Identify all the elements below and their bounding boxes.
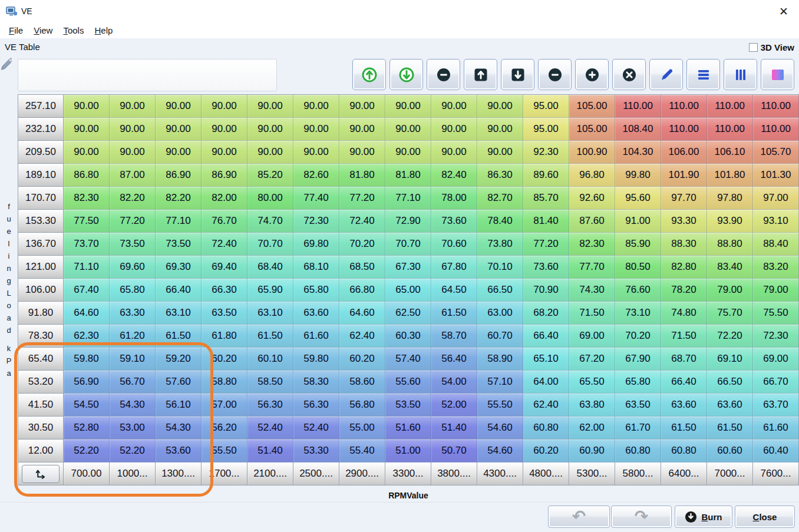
table-cell-r0-c6[interactable]: 90.00 — [339, 95, 385, 118]
row-header[interactable]: 189.10 — [18, 164, 64, 187]
row-header[interactable]: 12.00 — [18, 440, 64, 462]
table-cell-r10-c5[interactable]: 61.60 — [293, 325, 339, 348]
table-cell-r8-c14[interactable]: 79.00 — [707, 279, 753, 302]
col-header-12[interactable]: 5800... — [615, 462, 661, 485]
table-cell-r1-c5[interactable]: 90.00 — [293, 118, 339, 141]
table-cell-r6-c0[interactable]: 73.70 — [64, 233, 110, 256]
table-cell-r4-c8[interactable]: 78.00 — [431, 187, 477, 210]
table-cell-r13-c1[interactable]: 54.30 — [110, 394, 156, 417]
table-cell-r7-c15[interactable]: 83.20 — [753, 256, 799, 279]
table-cell-r14-c4[interactable]: 52.40 — [247, 417, 293, 440]
table-cell-r6-c12[interactable]: 85.90 — [615, 233, 661, 256]
table-cell-r0-c5[interactable]: 90.00 — [293, 95, 339, 118]
table-cell-r2-c1[interactable]: 90.00 — [110, 141, 156, 164]
table-cell-r6-c15[interactable]: 88.40 — [753, 233, 799, 256]
shift-down-button[interactable] — [501, 59, 534, 90]
table-cell-r13-c8[interactable]: 52.00 — [431, 394, 477, 417]
table-cell-r14-c0[interactable]: 52.80 — [64, 417, 110, 440]
table-cell-r5-c9[interactable]: 78.40 — [477, 210, 523, 233]
row-header[interactable]: 106.00 — [18, 279, 64, 302]
table-cell-r14-c14[interactable]: 61.50 — [707, 417, 753, 440]
table-cell-r0-c10[interactable]: 95.00 — [523, 95, 569, 118]
table-cell-r9-c5[interactable]: 63.60 — [293, 302, 339, 325]
table-cell-r14-c9[interactable]: 54.60 — [477, 417, 523, 440]
table-cell-r15-c9[interactable]: 54.60 — [477, 440, 523, 462]
table-cell-r12-c1[interactable]: 56.70 — [110, 371, 156, 394]
table-cell-r14-c6[interactable]: 55.00 — [339, 417, 385, 440]
table-cell-r10-c4[interactable]: 61.50 — [247, 325, 293, 348]
table-cell-r14-c11[interactable]: 62.00 — [569, 417, 615, 440]
table-cell-r7-c9[interactable]: 70.10 — [477, 256, 523, 279]
table-cell-r6-c2[interactable]: 73.50 — [156, 233, 202, 256]
table-cell-r15-c7[interactable]: 51.00 — [385, 440, 431, 462]
col-header-1[interactable]: 1000... — [110, 462, 156, 485]
table-cell-r9-c2[interactable]: 63.10 — [156, 302, 202, 325]
table-cell-r2-c15[interactable]: 105.70 — [753, 141, 799, 164]
table-cell-r1-c4[interactable]: 90.00 — [247, 118, 293, 141]
table-cell-r12-c12[interactable]: 65.80 — [615, 371, 661, 394]
table-cell-r7-c8[interactable]: 67.80 — [431, 256, 477, 279]
table-cell-r14-c13[interactable]: 61.50 — [661, 417, 707, 440]
table-cell-r4-c4[interactable]: 80.00 — [247, 187, 293, 210]
table-cell-r8-c9[interactable]: 66.50 — [477, 279, 523, 302]
col-header-3[interactable]: 1700... — [202, 462, 247, 485]
table-cell-r6-c8[interactable]: 70.60 — [431, 233, 477, 256]
table-cell-r3-c12[interactable]: 99.80 — [615, 164, 661, 187]
table-cell-r1-c3[interactable]: 90.00 — [202, 118, 247, 141]
table-cell-r0-c3[interactable]: 90.00 — [202, 95, 247, 118]
set-equal-button[interactable] — [427, 59, 460, 90]
table-cell-r5-c0[interactable]: 77.50 — [64, 210, 110, 233]
table-cell-r11-c2[interactable]: 59.20 — [156, 348, 202, 371]
table-cell-r14-c5[interactable]: 52.40 — [293, 417, 339, 440]
table-cell-r11-c4[interactable]: 60.10 — [247, 348, 293, 371]
table-cell-r2-c6[interactable]: 90.00 — [339, 141, 385, 164]
table-cell-r2-c10[interactable]: 92.30 — [523, 141, 569, 164]
col-header-13[interactable]: 6400... — [661, 462, 707, 485]
table-cell-r13-c2[interactable]: 56.10 — [156, 394, 202, 417]
table-cell-r12-c8[interactable]: 54.00 — [431, 371, 477, 394]
row-header[interactable]: 65.40 — [18, 348, 64, 371]
table-cell-r2-c12[interactable]: 104.30 — [615, 141, 661, 164]
table-cell-r0-c0[interactable]: 90.00 — [64, 95, 110, 118]
table-cell-r4-c14[interactable]: 97.80 — [707, 187, 753, 210]
table-cell-r3-c1[interactable]: 87.00 — [110, 164, 156, 187]
table-cell-r12-c11[interactable]: 65.50 — [569, 371, 615, 394]
table-cell-r13-c0[interactable]: 54.50 — [64, 394, 110, 417]
table-cell-r7-c1[interactable]: 69.60 — [110, 256, 156, 279]
table-cell-r4-c11[interactable]: 92.60 — [569, 187, 615, 210]
table-cell-r10-c12[interactable]: 70.20 — [615, 325, 661, 348]
swap-axes-button[interactable] — [22, 465, 60, 483]
table-cell-r3-c14[interactable]: 101.80 — [707, 164, 753, 187]
table-cell-r4-c6[interactable]: 77.20 — [339, 187, 385, 210]
table-cell-r10-c9[interactable]: 60.70 — [477, 325, 523, 348]
table-cell-r14-c1[interactable]: 53.00 — [110, 417, 156, 440]
view3d-checkbox[interactable] — [749, 43, 758, 52]
table-cell-r0-c12[interactable]: 110.00 — [615, 95, 661, 118]
table-cell-r7-c13[interactable]: 82.80 — [661, 256, 707, 279]
table-cell-r3-c11[interactable]: 96.80 — [569, 164, 615, 187]
table-cell-r8-c13[interactable]: 78.20 — [661, 279, 707, 302]
table-cell-r10-c13[interactable]: 71.50 — [661, 325, 707, 348]
table-cell-r9-c8[interactable]: 61.50 — [431, 302, 477, 325]
col-header-4[interactable]: 2100.... — [247, 462, 293, 485]
table-cell-r12-c6[interactable]: 58.60 — [339, 371, 385, 394]
table-cell-r6-c7[interactable]: 70.70 — [385, 233, 431, 256]
table-cell-r13-c12[interactable]: 63.50 — [615, 394, 661, 417]
table-cell-r0-c9[interactable]: 90.00 — [477, 95, 523, 118]
table-cell-r13-c9[interactable]: 55.50 — [477, 394, 523, 417]
table-cell-r7-c6[interactable]: 68.50 — [339, 256, 385, 279]
table-cell-r10-c3[interactable]: 61.80 — [202, 325, 247, 348]
table-cell-r3-c4[interactable]: 85.20 — [247, 164, 293, 187]
table-cell-r9-c7[interactable]: 62.50 — [385, 302, 431, 325]
table-cell-r10-c6[interactable]: 62.40 — [339, 325, 385, 348]
table-cell-r15-c15[interactable]: 60.40 — [753, 440, 799, 462]
table-cell-r11-c6[interactable]: 60.20 — [339, 348, 385, 371]
table-cell-r15-c4[interactable]: 51.40 — [247, 440, 293, 462]
table-cell-r9-c12[interactable]: 73.10 — [615, 302, 661, 325]
row-header[interactable]: 41.50 — [18, 394, 64, 417]
table-cell-r13-c3[interactable]: 57.00 — [202, 394, 247, 417]
table-cell-r13-c7[interactable]: 53.50 — [385, 394, 431, 417]
table-cell-r9-c13[interactable]: 74.80 — [661, 302, 707, 325]
table-cell-r3-c5[interactable]: 82.60 — [293, 164, 339, 187]
table-cell-r3-c8[interactable]: 82.40 — [431, 164, 477, 187]
